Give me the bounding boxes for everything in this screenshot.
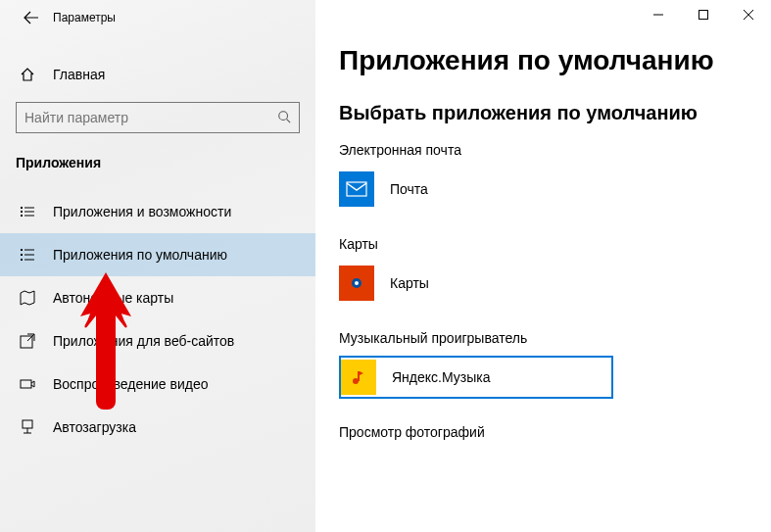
back-arrow-icon: [24, 10, 39, 25]
sidebar: Параметры Главная Приложения Приложен: [0, 0, 315, 532]
minimize-button[interactable]: [636, 0, 681, 29]
map-icon: [18, 290, 37, 306]
open-icon: [18, 333, 37, 349]
svg-rect-28: [358, 371, 360, 381]
defaults-icon: [18, 247, 37, 263]
search-icon: [277, 110, 291, 126]
default-app-email[interactable]: Почта: [339, 168, 747, 211]
app-name: Почта: [390, 181, 428, 197]
sidebar-item-label: Автономные карты: [53, 290, 173, 306]
sidebar-item-label: Приложения и возможности: [53, 204, 231, 219]
category-label-email: Электронная почта: [339, 142, 747, 158]
svg-rect-15: [21, 380, 31, 388]
svg-rect-9: [21, 254, 23, 256]
home-icon: [18, 67, 37, 82]
sidebar-item-label: Приложения по умолчанию: [53, 247, 227, 263]
window-title: Параметры: [53, 11, 116, 24]
svg-point-26: [355, 281, 359, 285]
sidebar-item-label: Автозагрузка: [53, 419, 136, 435]
sidebar-item-label: Приложения для веб-сайтов: [53, 333, 234, 349]
default-app-maps[interactable]: Карты: [339, 262, 747, 305]
svg-rect-20: [699, 11, 708, 20]
app-name: Карты: [390, 275, 429, 291]
svg-rect-4: [21, 215, 23, 217]
close-icon: [744, 10, 753, 20]
svg-line-1: [287, 119, 291, 122]
svg-point-0: [279, 111, 288, 120]
close-button[interactable]: [726, 0, 771, 29]
category-label-photos: Просмотр фотографий: [339, 424, 747, 440]
minimize-icon: [653, 10, 663, 20]
search-input[interactable]: [24, 110, 277, 125]
maximize-icon: [699, 10, 708, 20]
svg-rect-16: [23, 420, 32, 428]
default-app-music[interactable]: Яндекс.Музыка: [339, 356, 613, 399]
content-pane: Приложения по умолчанию Выбрать приложен…: [315, 0, 771, 532]
category-label-music: Музыкальный проигрыватель: [339, 330, 747, 346]
video-icon: [18, 376, 37, 392]
list-icon: [18, 204, 37, 219]
sidebar-item-apps-for-websites[interactable]: Приложения для веб-сайтов: [0, 319, 315, 363]
app-name: Яндекс.Музыка: [392, 369, 491, 385]
sidebar-item-label: Воспроизведение видео: [53, 376, 208, 392]
startup-icon: [18, 419, 37, 435]
svg-rect-10: [21, 259, 23, 261]
sidebar-item-startup[interactable]: Автозагрузка: [0, 406, 315, 449]
music-icon: [341, 360, 376, 395]
maps-icon: [339, 266, 374, 301]
mail-icon: [339, 171, 374, 207]
window-controls: [636, 0, 771, 29]
sidebar-item-video-playback[interactable]: Воспроизведение видео: [0, 363, 315, 406]
sidebar-item-offline-maps[interactable]: Автономные карты: [0, 276, 315, 319]
category-label-maps: Карты: [339, 236, 747, 252]
sub-title: Выбрать приложения по умолчанию: [339, 102, 747, 124]
svg-rect-8: [21, 249, 23, 251]
back-button[interactable]: [16, 2, 47, 33]
svg-rect-2: [21, 207, 23, 209]
page-title: Приложения по умолчанию: [339, 45, 747, 76]
svg-rect-3: [21, 211, 23, 213]
sidebar-nav: Приложения и возможности Приложения по у…: [0, 190, 315, 449]
svg-rect-23: [346, 181, 367, 197]
home-nav[interactable]: Главная: [0, 55, 315, 94]
sidebar-section-heading: Приложения: [0, 133, 315, 180]
maximize-button[interactable]: [681, 0, 726, 29]
search-box[interactable]: [16, 102, 300, 133]
sidebar-item-default-apps[interactable]: Приложения по умолчанию: [0, 233, 315, 276]
sidebar-item-apps-features[interactable]: Приложения и возможности: [0, 190, 315, 233]
home-label: Главная: [53, 67, 105, 82]
title-bar: Параметры: [0, 0, 315, 35]
